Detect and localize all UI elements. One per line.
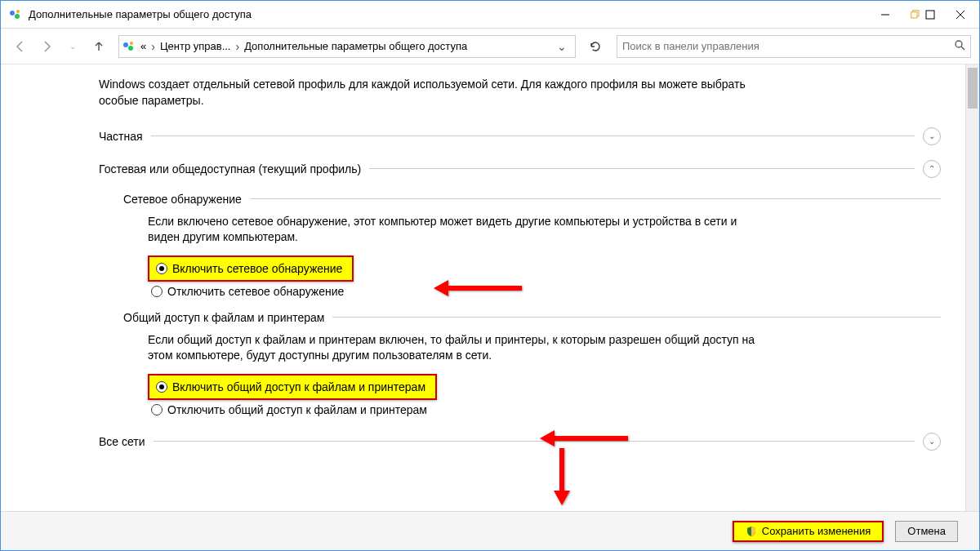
svg-point-0 xyxy=(10,11,15,16)
restore-button[interactable] xyxy=(904,1,942,28)
breadcrumb[interactable]: « › Центр управ... › Дополнительные пара… xyxy=(118,35,576,58)
svg-rect-5 xyxy=(911,11,917,17)
titlebar: Дополнительные параметры общего доступа xyxy=(1,1,979,29)
nav-bar: ⌄ « › Центр управ... › Дополнительные па… xyxy=(1,29,979,64)
breadcrumb-sep-icon: › xyxy=(146,40,160,53)
search-input[interactable] xyxy=(622,40,954,52)
annotation-arrow-1 xyxy=(434,280,522,296)
save-button[interactable]: Сохранить изменения xyxy=(733,521,884,542)
cancel-button[interactable]: Отмена xyxy=(895,521,958,542)
highlight-sharing-on: Включить общий доступ к файлам и принтер… xyxy=(148,374,437,400)
radio-label: Отключить сетевое обнаружение xyxy=(167,285,344,298)
divider xyxy=(151,136,915,136)
profile-guest-header[interactable]: Гостевая или общедоступная (текущий проф… xyxy=(99,160,941,178)
svg-point-1 xyxy=(15,14,20,19)
divider xyxy=(369,168,915,169)
control-panel-icon xyxy=(9,8,22,21)
footer: Сохранить изменения Отмена xyxy=(1,511,979,550)
radio-label: Включить сетевое обнаружение xyxy=(172,262,342,275)
highlight-network-on: Включить сетевое обнаружение xyxy=(148,256,354,282)
profile-allnets-label: Все сети xyxy=(99,435,145,448)
radio-icon xyxy=(151,286,163,297)
minimize-button[interactable] xyxy=(866,1,904,28)
radio-icon xyxy=(156,263,167,274)
up-button[interactable] xyxy=(87,35,110,58)
annotation-arrow-2 xyxy=(540,430,628,447)
svg-point-2 xyxy=(16,10,20,13)
radio-network-on[interactable]: Включить сетевое обнаружение xyxy=(153,260,345,277)
divider xyxy=(250,198,941,199)
file-sharing-heading: Общий доступ к файлам и принтерам xyxy=(123,311,324,324)
network-discovery-heading: Сетевое обнаружение xyxy=(123,193,242,206)
divider xyxy=(154,441,915,442)
shield-icon xyxy=(746,526,757,537)
network-discovery-desc: Если включено сетевое обнаружение, этот … xyxy=(148,214,768,246)
divider xyxy=(332,317,941,318)
radio-label: Включить общий доступ к файлам и принтер… xyxy=(172,380,425,393)
radio-sharing-off[interactable]: Отключить общий доступ к файлам и принте… xyxy=(148,402,941,418)
forward-button[interactable] xyxy=(35,35,58,58)
radio-icon xyxy=(156,381,167,393)
cancel-button-label: Отмена xyxy=(907,525,946,537)
chevron-up-icon[interactable]: ⌃ xyxy=(923,160,941,178)
chevron-down-icon[interactable]: ⌄ xyxy=(923,127,941,145)
breadcrumb-prefix: « xyxy=(140,40,146,52)
search-box[interactable] xyxy=(617,35,971,58)
breadcrumb-dropdown-icon[interactable]: ⌄ xyxy=(552,40,572,53)
window: Дополнительные параметры общего доступа … xyxy=(0,0,980,551)
radio-label: Отключить общий доступ к файлам и принте… xyxy=(167,403,427,416)
save-button-label: Сохранить изменения xyxy=(762,525,871,537)
network-discovery-radio-group: Включить сетевое обнаружение Отключить с… xyxy=(148,256,941,300)
window-controls xyxy=(866,1,979,28)
breadcrumb-icon xyxy=(122,40,136,53)
breadcrumb-sep-icon: › xyxy=(230,40,244,53)
window-title: Дополнительные параметры общего доступа xyxy=(29,8,866,20)
file-sharing-heading-row: Общий доступ к файлам и принтерам xyxy=(123,311,941,324)
svg-point-10 xyxy=(128,46,133,51)
scrollbar-thumb[interactable] xyxy=(968,68,978,109)
network-discovery-heading-row: Сетевое обнаружение xyxy=(123,193,941,206)
file-sharing-radio-group: Включить общий доступ к файлам и принтер… xyxy=(148,374,941,418)
annotation-arrow-3 xyxy=(554,448,570,505)
search-icon[interactable] xyxy=(954,39,965,53)
svg-point-9 xyxy=(123,42,128,47)
profile-guest-label: Гостевая или общедоступная (текущий проф… xyxy=(99,162,361,176)
recent-dropdown[interactable]: ⌄ xyxy=(61,35,84,58)
svg-point-12 xyxy=(956,41,962,47)
profile-private-label: Частная xyxy=(99,130,143,143)
chevron-down-icon[interactable]: ⌄ xyxy=(923,433,941,451)
radio-sharing-on[interactable]: Включить общий доступ к файлам и принтер… xyxy=(153,379,429,395)
profile-private-header[interactable]: Частная ⌄ xyxy=(99,127,941,145)
svg-point-11 xyxy=(130,42,133,45)
svg-rect-6 xyxy=(926,11,934,19)
svg-line-13 xyxy=(961,47,964,50)
breadcrumb-part1[interactable]: Центр управ... xyxy=(160,40,231,52)
content-area: Windows создает отдельный сетевой профил… xyxy=(1,64,979,511)
breadcrumb-part2[interactable]: Дополнительные параметры общего доступа xyxy=(244,40,467,52)
vertical-scrollbar[interactable] xyxy=(965,64,979,511)
radio-network-off[interactable]: Отключить сетевое обнаружение xyxy=(148,283,941,300)
close-button[interactable] xyxy=(942,1,979,28)
file-sharing-desc: Если общий доступ к файлам и принтерам в… xyxy=(148,332,768,364)
radio-icon xyxy=(151,404,163,415)
profile-allnets-header[interactable]: Все сети ⌄ xyxy=(99,433,941,451)
back-button[interactable] xyxy=(9,35,32,58)
intro-text: Windows создает отдельный сетевой профил… xyxy=(99,76,768,109)
refresh-button[interactable] xyxy=(584,35,607,58)
